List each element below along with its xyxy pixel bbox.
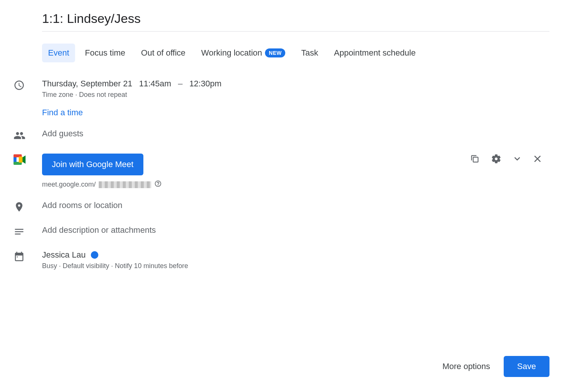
event-type-tabs: Event Focus time Out of office Working l… xyxy=(42,44,549,62)
tab-event-label: Event xyxy=(48,48,69,58)
tab-appointment-schedule[interactable]: Appointment schedule xyxy=(328,44,422,62)
event-start-time[interactable]: 11:45am xyxy=(139,79,172,89)
recurrence-link[interactable]: Does not repeat xyxy=(79,91,127,98)
svg-rect-5 xyxy=(473,157,478,162)
location-icon xyxy=(14,201,25,214)
svg-rect-0 xyxy=(14,157,17,163)
tab-task[interactable]: Task xyxy=(295,44,324,62)
event-date[interactable]: Thursday, September 21 xyxy=(42,79,132,89)
chevron-down-icon[interactable] xyxy=(513,154,522,165)
google-meet-icon xyxy=(14,154,26,165)
save-button[interactable]: Save xyxy=(504,356,549,377)
copy-icon[interactable] xyxy=(470,154,480,165)
add-description-field[interactable]: Add description or attachments xyxy=(42,225,549,235)
tab-appointment-schedule-label: Appointment schedule xyxy=(334,48,416,58)
more-options-button[interactable]: More options xyxy=(440,357,493,376)
separator: · xyxy=(57,262,63,270)
add-guests-field[interactable]: Add guests xyxy=(42,129,549,139)
help-icon[interactable] xyxy=(154,180,162,189)
people-icon xyxy=(14,130,26,143)
tab-task-label: Task xyxy=(301,48,318,58)
tab-focus-time-label: Focus time xyxy=(85,48,125,58)
tab-out-of-office[interactable]: Out of office xyxy=(135,44,191,62)
clock-icon xyxy=(14,80,25,92)
meet-link-code-redacted xyxy=(99,181,151,188)
tab-focus-time[interactable]: Focus time xyxy=(79,44,131,62)
svg-rect-3 xyxy=(19,157,23,163)
tab-event[interactable]: Event xyxy=(42,44,75,62)
availability-status[interactable]: Busy xyxy=(42,262,57,270)
notification-status[interactable]: Notify 10 minutes before xyxy=(115,262,188,270)
time-dash: – xyxy=(178,79,182,89)
tab-working-location[interactable]: Working location NEW xyxy=(195,44,291,62)
separator: · xyxy=(75,91,79,98)
organizer-name[interactable]: Jessica Lau xyxy=(42,250,86,260)
tab-working-location-label: Working location xyxy=(201,48,262,58)
calendar-icon xyxy=(14,251,25,264)
join-meet-button[interactable]: Join with Google Meet xyxy=(42,154,143,175)
find-a-time-link[interactable]: Find a time xyxy=(42,108,549,118)
calendar-color-dot xyxy=(91,251,98,259)
separator: · xyxy=(109,262,115,270)
close-icon[interactable] xyxy=(533,154,542,165)
notes-icon xyxy=(14,226,25,239)
event-title-input[interactable] xyxy=(42,11,549,32)
timezone-link[interactable]: Time zone xyxy=(42,91,73,98)
gear-icon[interactable] xyxy=(491,154,501,166)
add-location-field[interactable]: Add rooms or location xyxy=(42,201,549,210)
new-badge: NEW xyxy=(265,48,285,57)
visibility-status[interactable]: Default visibility xyxy=(63,262,109,270)
meet-link-text[interactable]: meet.google.com/ xyxy=(42,181,96,188)
event-end-time[interactable]: 12:30pm xyxy=(189,79,221,89)
tab-out-of-office-label: Out of office xyxy=(141,48,185,58)
svg-marker-4 xyxy=(23,155,26,164)
